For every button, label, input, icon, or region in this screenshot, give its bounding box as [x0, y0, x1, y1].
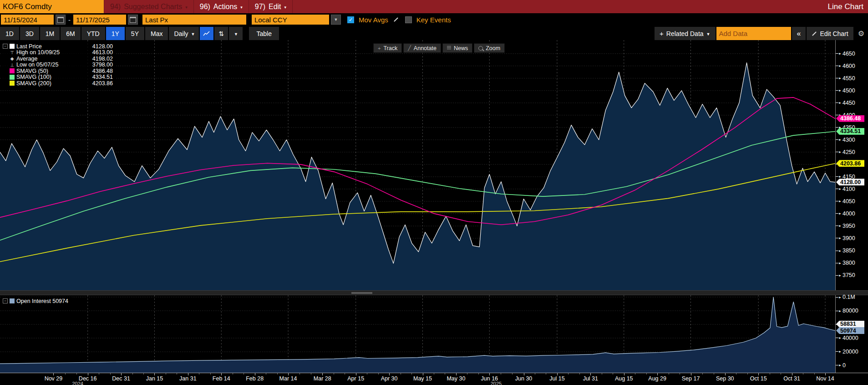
- y-axis-tick-3950: ►3950: [836, 223, 855, 229]
- y-axis-tick-40000: ►40000: [836, 335, 858, 341]
- double-chevron-left-icon: «: [797, 30, 801, 38]
- x-axis-minor-tick: [244, 373, 244, 375]
- currency-select[interactable]: Local CCY: [252, 15, 329, 25]
- news-lines-icon: [447, 46, 451, 50]
- legend-label: High on 10/09/25: [16, 49, 86, 56]
- compare-axis-button[interactable]: ⇅: [214, 27, 228, 40]
- chart-tool-zoom[interactable]: Zoom: [474, 43, 505, 53]
- chart-tool-track[interactable]: +Track: [373, 43, 402, 53]
- security-ticker[interactable]: KOF6 Comdty: [0, 0, 104, 13]
- y-axis-tick-4550: ►4550: [836, 75, 855, 82]
- crosshair-icon: +: [378, 46, 381, 51]
- key-events-checkbox[interactable]: [405, 16, 412, 23]
- line-chart-icon: [203, 31, 210, 36]
- calendar-icon: [130, 17, 136, 23]
- price-legend: −Last Price4128.00⊤High on 10/09/254613.…: [1, 42, 116, 88]
- date-to-input[interactable]: 11/17/2025: [73, 15, 126, 25]
- y-axis-tick-4650: ►4650: [836, 51, 855, 57]
- menu-number: 97): [255, 3, 265, 11]
- chart-tool-news[interactable]: News: [442, 43, 472, 53]
- x-axis-minor-tick: [76, 373, 77, 375]
- y-axis-tick-3850: ►3850: [836, 247, 855, 254]
- legend-row: ◆Average4198.02: [3, 56, 113, 62]
- y-axis-tick-3750: ►3750: [836, 272, 855, 278]
- date-from-input[interactable]: 11/15/2024: [1, 15, 54, 25]
- range-tab-6m[interactable]: 6M: [61, 27, 80, 40]
- header-bar: KOF6 Comdty 94)Suggested Charts▾96)Actio…: [0, 0, 868, 13]
- date-to-calendar-button[interactable]: [128, 15, 138, 25]
- chevron-down-icon: ▾: [185, 5, 188, 10]
- key-events-label: Key Events: [416, 16, 451, 24]
- legend-label: Average: [16, 56, 86, 62]
- x-axis-minor-tick: [736, 373, 736, 375]
- chart-tool-label: News: [454, 45, 468, 51]
- menu-actions[interactable]: 96)Actions▾: [194, 0, 249, 13]
- range-tab-max[interactable]: Max: [145, 27, 168, 40]
- x-axis-minor-tick: [501, 373, 501, 375]
- x-axis-label-oct-31: Oct 31: [783, 375, 800, 382]
- x-axis-minor-tick: [367, 373, 367, 375]
- x-axis-minor-tick: [266, 373, 266, 375]
- range-tab-3d[interactable]: 3D: [20, 27, 39, 40]
- avg-marker-icon: ◆: [10, 56, 15, 61]
- last-price-swatch: [10, 44, 15, 49]
- high-marker-icon: ⊤: [10, 50, 15, 55]
- legend-row: ⊥Low on 05/07/253798.00: [3, 62, 113, 68]
- edit-chart-button[interactable]: Edit Chart: [807, 27, 853, 40]
- x-axis-minor-tick: [546, 373, 546, 375]
- open-interest-chart-canvas[interactable]: [0, 295, 835, 373]
- collapse-panel-button[interactable]: «: [792, 27, 806, 40]
- range-tab-ytd[interactable]: YTD: [81, 27, 105, 40]
- x-axis-label-jul-31: Jul 31: [583, 375, 598, 382]
- calendar-icon: [57, 17, 64, 23]
- add-data-input[interactable]: Add Data: [716, 27, 791, 40]
- legend-expander-icon[interactable]: −: [3, 298, 8, 303]
- legend-label: SMAVG (100): [16, 74, 86, 80]
- panel-divider: [0, 290, 868, 295]
- open-interest-y-axis: ►0.1M►80000►60000►40000►20000►0588315097…: [835, 295, 868, 373]
- panel-resize-handle[interactable]: [351, 292, 372, 294]
- currency-dropdown-button[interactable]: ▼: [331, 15, 341, 25]
- x-axis-label-jan-31: Jan 31: [179, 375, 197, 382]
- pencil-icon: [812, 31, 817, 36]
- range-tab-1y[interactable]: 1Y: [106, 27, 125, 40]
- x-axis-minor-tick: [669, 373, 669, 375]
- price-chart-canvas[interactable]: [0, 40, 835, 290]
- x-axis-minor-tick: [770, 373, 770, 375]
- menu-edit[interactable]: 97)Edit▾: [249, 0, 293, 13]
- period-dropdown[interactable]: Daily ▼: [169, 27, 199, 40]
- menu-suggested-charts[interactable]: 94)Suggested Charts▾: [104, 0, 194, 13]
- x-axis-label-nov-29: Nov 29: [45, 375, 63, 382]
- y-axis-tick-4250: ►4250: [836, 149, 855, 155]
- y-axis-tick-80000: ►80000: [836, 308, 858, 314]
- range-tabs: 1D3D1M6MYTD1Y5YMax: [0, 27, 169, 40]
- x-axis-minor-tick: [512, 373, 513, 375]
- x-axis-minor-tick: [99, 373, 99, 375]
- mov-avgs-checkbox[interactable]: ✓: [347, 16, 354, 23]
- range-tab-1d[interactable]: 1D: [0, 27, 19, 40]
- price-field-input[interactable]: Last Px: [142, 15, 246, 25]
- x-axis-minor-tick: [110, 373, 111, 375]
- x-axis-label-may-15: May 15: [413, 375, 432, 382]
- table-button[interactable]: Table: [249, 27, 279, 40]
- range-tab-1m[interactable]: 1M: [40, 27, 60, 40]
- line-chart-type-button[interactable]: [200, 27, 213, 40]
- chart-settings-gear-icon[interactable]: ⚙: [854, 27, 868, 40]
- date-from-calendar-button[interactable]: [56, 15, 66, 25]
- x-axis-minor-tick: [646, 373, 647, 375]
- x-axis-minor-tick: [311, 373, 311, 375]
- chart-tool-annotate[interactable]: ╱Annotate: [403, 43, 441, 53]
- range-tab-5y[interactable]: 5Y: [126, 27, 144, 40]
- chart-tool-label: Annotate: [414, 45, 437, 51]
- chart-type-dropdown[interactable]: ▼: [229, 27, 243, 40]
- mov-avgs-edit-pencil-icon[interactable]: [394, 17, 398, 22]
- x-axis-label-apr-15: Apr 15: [347, 375, 364, 382]
- chart-tool-label: Track: [383, 45, 397, 51]
- x-axis-label-feb-14: Feb 14: [213, 375, 230, 382]
- smavg-200--swatch: [10, 81, 15, 86]
- menu-number: 96): [200, 3, 210, 11]
- legend-expander-icon[interactable]: −: [3, 44, 8, 49]
- period-label: Daily: [174, 30, 188, 37]
- y-axis-tick-3900: ►3900: [836, 235, 855, 241]
- related-data-dropdown[interactable]: + Related Data ▼: [655, 27, 715, 40]
